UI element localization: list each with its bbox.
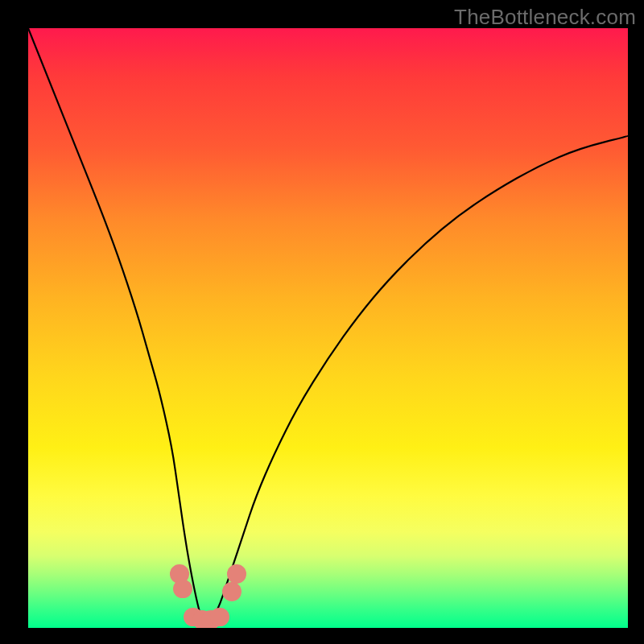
- bottleneck-curve: [28, 28, 628, 628]
- plot-area: [28, 28, 628, 628]
- marker-dot: [227, 564, 246, 584]
- outer-frame: TheBottleneck.com: [0, 0, 644, 644]
- attribution-label: TheBottleneck.com: [454, 5, 636, 30]
